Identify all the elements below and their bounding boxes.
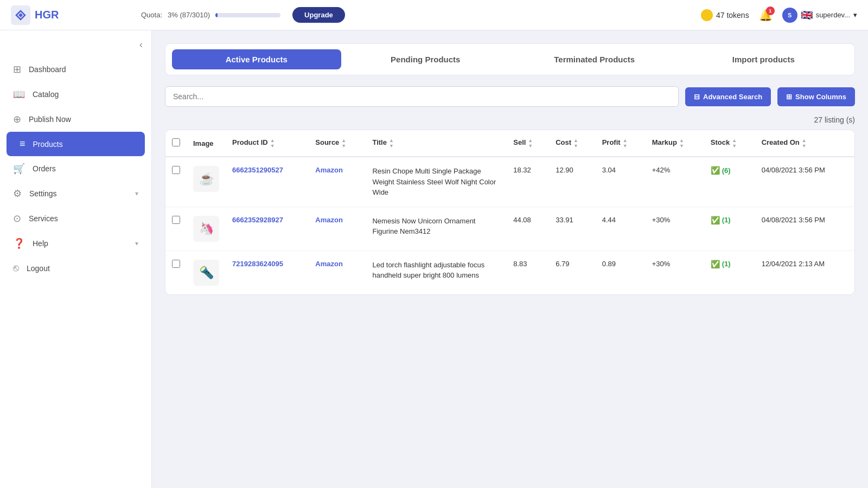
- flag-icon: 🇬🇧: [801, 9, 813, 21]
- sort-icon-title: ▲▼: [389, 138, 394, 149]
- row-checkbox-2: [165, 251, 187, 294]
- show-cols-label: Show Columns: [795, 93, 846, 101]
- sidebar-item-logout[interactable]: ⎋ Logout: [0, 256, 151, 280]
- col-header-source[interactable]: Source▲▼: [309, 130, 366, 157]
- listing-count: 27 listing (s): [165, 115, 855, 124]
- cost-2: 6.79: [549, 251, 595, 294]
- created-on-2: 12/04/2021 2:13 AM: [755, 251, 854, 294]
- source-2[interactable]: Amazon: [309, 251, 366, 294]
- col-header-title[interactable]: Title▲▼: [366, 130, 507, 157]
- sidebar-toggle: ‹: [0, 39, 151, 57]
- select-all-header: [165, 130, 187, 157]
- sidebar-item-help[interactable]: ❓ Help ▾: [0, 231, 151, 256]
- col-header-sell[interactable]: Sell▲▼: [507, 130, 549, 157]
- sidebar-item-services[interactable]: ⊙ Services: [0, 206, 151, 231]
- sidebar-item-dashboard[interactable]: ⊞ Dashboard: [0, 57, 151, 82]
- col-header-cost[interactable]: Cost▲▼: [549, 130, 595, 157]
- notifications-button[interactable]: 🔔 1: [759, 9, 773, 22]
- table-row: 🦄6662352928927AmazonNemesis Now Unicorn …: [165, 207, 854, 251]
- row-select-0[interactable]: [172, 166, 180, 174]
- show-columns-button[interactable]: ⊞ Show Columns: [777, 87, 855, 106]
- profit-0: 3.04: [596, 157, 646, 207]
- chevron-right-icon: ▾: [135, 240, 138, 247]
- table-row: 🔦7219283624095AmazonLed torch flashlight…: [165, 251, 854, 294]
- sidebar-item-label-logout: Logout: [27, 264, 50, 273]
- tokens-section: 47 tokens: [701, 9, 749, 21]
- sell-price-2: 8.83: [507, 251, 549, 294]
- columns-icon: ⊞: [786, 93, 792, 101]
- adv-search-label: Advanced Search: [703, 93, 762, 101]
- row-select-2[interactable]: [172, 260, 180, 268]
- col-header-image: Image: [187, 130, 226, 157]
- main-content: Active ProductsPending ProductsTerminate…: [152, 30, 868, 488]
- col-header-created-on[interactable]: Created On▲▼: [755, 130, 854, 157]
- tab-pending[interactable]: Pending Products: [341, 49, 510, 69]
- source-0[interactable]: Amazon: [309, 157, 366, 207]
- logo: HGR: [11, 5, 119, 25]
- product-thumb-0: ☕: [193, 166, 219, 192]
- stock-2: ✅ (1): [704, 251, 755, 294]
- stock-check-icon: ✅: [711, 166, 720, 175]
- sidebar-item-label-services: Services: [29, 214, 58, 223]
- sidebar-item-label-dashboard: Dashboard: [29, 65, 66, 74]
- dashboard-icon: ⊞: [13, 63, 21, 75]
- sidebar-item-publish-now[interactable]: ⊕ Publish Now: [0, 107, 151, 132]
- topbar-right: 47 tokens 🔔 1 S 🇬🇧 superdev... ▾: [701, 8, 857, 23]
- advanced-search-button[interactable]: ⊟ Advanced Search: [685, 87, 771, 106]
- sort-icon-stock: ▲▼: [732, 138, 737, 149]
- logo-text: HGR: [35, 9, 59, 21]
- tab-import[interactable]: Import products: [679, 49, 848, 69]
- nav-items: ⊞ Dashboard 📖 Catalog ⊕ Publish Now ≡ Pr…: [0, 57, 151, 280]
- filter-icon: ⊟: [694, 93, 700, 101]
- cost-1: 33.91: [549, 207, 595, 251]
- sort-icon-product-id: ▲▼: [270, 138, 275, 149]
- product-id-2[interactable]: 7219283624095: [226, 251, 309, 294]
- logo-icon: [11, 5, 30, 25]
- publish-now-icon: ⊕: [13, 113, 21, 125]
- select-all-checkbox[interactable]: [172, 138, 180, 146]
- upgrade-button[interactable]: Upgrade: [292, 7, 345, 23]
- sidebar-item-label-publish-now: Publish Now: [29, 115, 71, 124]
- sidebar-item-products[interactable]: ≡ Products: [7, 132, 145, 156]
- user-section[interactable]: S 🇬🇧 superdev... ▾: [782, 8, 857, 23]
- settings-icon: ⚙: [13, 188, 22, 200]
- product-image-2: 🔦: [187, 251, 226, 294]
- product-thumb-1: 🦄: [193, 216, 219, 242]
- stock-check-icon: ✅: [711, 216, 720, 224]
- row-select-1[interactable]: [172, 216, 180, 224]
- sidebar-item-settings[interactable]: ⚙ Settings ▾: [0, 181, 151, 206]
- toolbar: ⊟ Advanced Search ⊞ Show Columns: [165, 86, 855, 107]
- sidebar-item-label-orders: Orders: [33, 164, 56, 173]
- source-1[interactable]: Amazon: [309, 207, 366, 251]
- sidebar-item-catalog[interactable]: 📖 Catalog: [0, 82, 151, 107]
- notif-badge: 1: [766, 7, 775, 15]
- sidebar-item-label-help: Help: [33, 239, 48, 248]
- tab-terminated[interactable]: Terminated Products: [510, 49, 679, 69]
- product-title-2: Led torch flashlight adjustable focus ha…: [366, 251, 507, 294]
- markup-0: +42%: [646, 157, 704, 207]
- markup-2: +30%: [646, 251, 704, 294]
- sidebar-item-label-catalog: Catalog: [33, 90, 59, 99]
- topbar: HGR Quota: 3% (87/3010) Upgrade 47 token…: [0, 0, 868, 30]
- stock-check-icon: ✅: [711, 260, 720, 268]
- col-header-stock[interactable]: Stock▲▼: [704, 130, 755, 157]
- col-header-product-id[interactable]: Product ID▲▼: [226, 130, 309, 157]
- catalog-icon: 📖: [13, 88, 25, 100]
- search-input[interactable]: [165, 86, 679, 107]
- stock-0: ✅ (6): [704, 157, 755, 207]
- stock-1: ✅ (1): [704, 207, 755, 251]
- sidebar-collapse-button[interactable]: ‹: [139, 39, 143, 50]
- sort-icon-cost: ▲▼: [573, 138, 578, 149]
- row-checkbox-0: [165, 157, 187, 207]
- profit-2: 0.89: [596, 251, 646, 294]
- user-label: superdev...: [816, 11, 850, 19]
- quota-value: 3% (87/3010): [168, 11, 210, 19]
- services-icon: ⊙: [13, 213, 21, 224]
- product-id-1[interactable]: 6662352928927: [226, 207, 309, 251]
- sidebar-item-orders[interactable]: 🛒 Orders: [0, 156, 151, 181]
- tab-active[interactable]: Active Products: [172, 49, 341, 69]
- col-header-profit[interactable]: Profit▲▼: [596, 130, 646, 157]
- col-header-markup[interactable]: Markup▲▼: [646, 130, 704, 157]
- profit-1: 4.44: [596, 207, 646, 251]
- product-id-0[interactable]: 6662351290527: [226, 157, 309, 207]
